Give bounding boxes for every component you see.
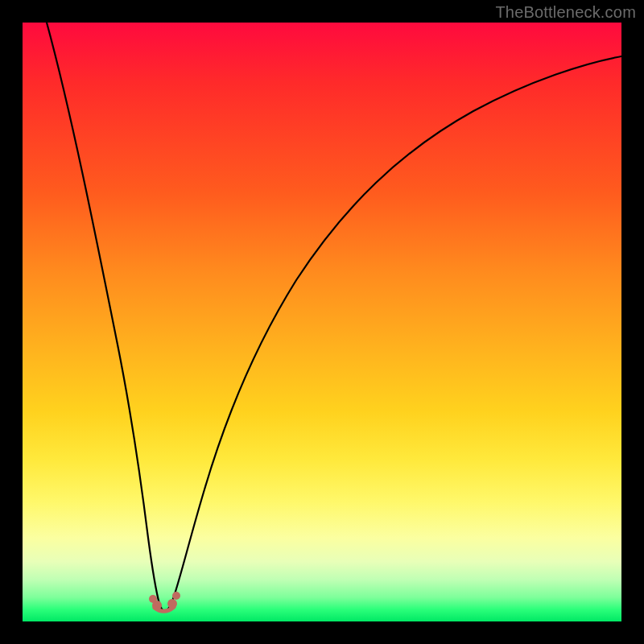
chart-frame: TheBottleneck.com [0, 0, 644, 644]
plot-area [23, 23, 621, 621]
watermark-text: TheBottleneck.com [495, 3, 636, 22]
bottleneck-curve-path [47, 23, 621, 611]
curve-svg [23, 23, 621, 621]
vertex-bridge [155, 607, 174, 611]
vertex-marker-right2 [172, 592, 180, 600]
vertex-marker-left2 [149, 595, 157, 603]
